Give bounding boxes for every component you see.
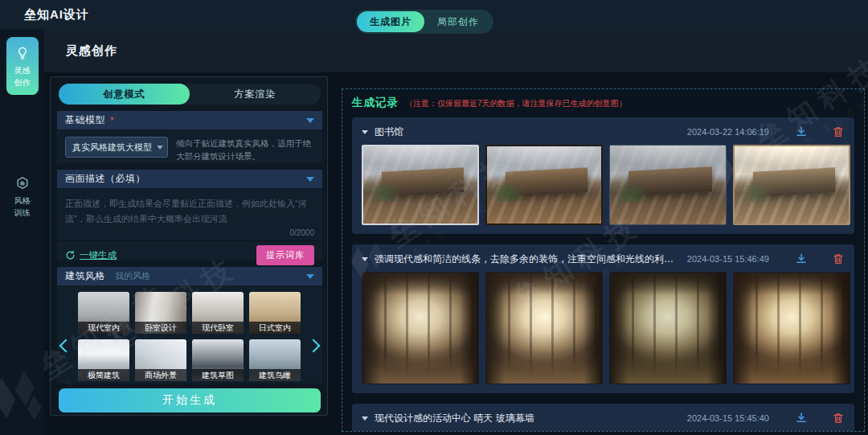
generated-image[interactable] <box>485 145 603 225</box>
base-model-hint: 倾向于贴近建筑真实风格，适用于绝大部分建筑设计场景。 <box>176 137 314 163</box>
hexagon-style-icon <box>14 175 31 191</box>
one-click-generate-label: 一键生成 <box>80 249 117 261</box>
records-list: 图书馆 2024-03-22 14:06:19 强调现代感和简洁的线条，去除多余… <box>352 117 854 432</box>
delete-icon[interactable] <box>832 125 845 138</box>
tab-generate-image[interactable]: 生成图片 <box>357 11 424 32</box>
left-nav-rail: 灵感 创作 风格 训练 <box>0 29 44 435</box>
style-thumbnail[interactable]: 卧室设计 <box>135 292 186 334</box>
one-click-generate-link[interactable]: 一键生成 <box>65 249 117 261</box>
generated-image[interactable] <box>362 145 479 225</box>
sidebar-item-label: 创作 <box>14 77 31 88</box>
style-thumbnail-label: 卧室设计 <box>135 322 186 334</box>
app-window: 垒知AI设计 灵感 创作 风格 训练 灵感创作 生成图片 局部创作 <box>0 0 868 435</box>
delete-icon[interactable] <box>832 412 845 425</box>
mode-toggle: 生成图片 局部创作 <box>355 10 493 34</box>
description-textarea[interactable]: 正面描述，即生成结果会尽量贴近正面描述，例如此处输入“河流”，那么生成的结果中大… <box>57 188 322 228</box>
chevron-down-icon[interactable] <box>306 118 314 123</box>
next-arrow-icon[interactable] <box>307 339 321 353</box>
main-header: 灵感创作 <box>44 29 868 72</box>
building-style-header[interactable]: 建筑风格 我的风格 <box>57 267 322 285</box>
generation-record: 图书馆 2024-03-22 14:06:19 <box>352 117 854 234</box>
base-model-selected-value: 真实风格建筑大模型 <box>72 142 152 154</box>
chevron-down-icon[interactable] <box>306 274 314 279</box>
select-chevron-icon <box>157 146 163 150</box>
building-style-section: 建筑风格 我的风格 现代室内 卧室设计 现代卧室 日式室内 极简建筑 商场外景 … <box>57 267 322 384</box>
generated-image[interactable] <box>362 272 479 384</box>
base-model-label: 基础模型 <box>65 113 105 127</box>
generated-image[interactable] <box>485 272 603 384</box>
collapse-caret-icon[interactable] <box>362 130 368 134</box>
delete-icon[interactable] <box>832 252 845 265</box>
record-title: 强调现代感和简洁的线条，去除多余的装饰，注重空间感和光线的利用。 <box>375 252 681 266</box>
prev-arrow-icon[interactable] <box>59 339 73 353</box>
generated-image[interactable] <box>609 272 727 384</box>
collapse-caret-icon[interactable] <box>362 417 368 421</box>
description-header[interactable]: 画面描述（必填） <box>57 170 322 188</box>
page-title: 灵感创作 <box>66 29 117 72</box>
sidebar-item-label: 风格 <box>14 195 31 206</box>
record-title: 图书馆 <box>375 125 681 139</box>
style-thumbnail[interactable]: 现代室内 <box>78 292 129 334</box>
description-label: 画面描述（必填） <box>65 172 145 186</box>
sidebar-item-label: 训练 <box>14 207 31 218</box>
style-thumbnail[interactable]: 建筑鸟瞰 <box>249 339 301 381</box>
record-images <box>362 145 845 225</box>
record-images <box>362 272 845 384</box>
start-generate-button[interactable]: 开始生成 <box>59 388 321 412</box>
style-thumbnail[interactable]: 建筑草图 <box>192 339 244 381</box>
record-header[interactable]: 强调现代感和简洁的线条，去除多余的装饰，注重空间感和光线的利用。 2024-03… <box>362 248 845 269</box>
base-model-section: 基础模型 * 真实风格建筑大模型 倾向于贴近建筑真实风格，适用于绝大部分建筑设计… <box>57 111 322 163</box>
char-counter: 0/2000 <box>57 228 322 240</box>
tab-creative-mode[interactable]: 创意模式 <box>59 84 190 105</box>
style-thumbnail-label: 现代室内 <box>78 322 129 334</box>
sidebar-item-style-training[interactable]: 风格 训练 <box>6 175 39 218</box>
tab-partial-creation[interactable]: 局部创作 <box>424 11 492 32</box>
style-thumbnail-label: 建筑草图 <box>192 369 244 381</box>
download-icon[interactable] <box>795 412 808 425</box>
record-timestamp: 2024-03-15 15:45:40 <box>687 413 769 423</box>
style-thumbnail[interactable]: 现代卧室 <box>192 292 244 334</box>
generation-records-panel: 生成记录 （注意：仅保留最近7天的数据，请注意保存已生成的创意图） 图书馆 20… <box>342 88 865 432</box>
generated-image[interactable] <box>733 145 850 225</box>
sidebar-item-inspiration[interactable]: 灵感 创作 <box>6 37 39 95</box>
tab-scheme-render[interactable]: 方案渲染 <box>190 84 321 105</box>
records-title: 生成记录 <box>352 96 399 110</box>
generated-image[interactable] <box>609 145 727 225</box>
generated-image[interactable] <box>733 272 850 384</box>
style-thumbnail-label: 建筑鸟瞰 <box>249 369 301 381</box>
style-thumbnail-grid: 现代室内 卧室设计 现代卧室 日式室内 极简建筑 商场外景 建筑草图 建筑鸟瞰 <box>78 292 301 381</box>
sidebar-item-label: 灵感 <box>14 65 31 76</box>
description-actions: 一键生成 提示词库 <box>57 240 322 269</box>
record-header[interactable]: 图书馆 2024-03-22 14:06:19 <box>362 121 845 142</box>
collapse-caret-icon[interactable] <box>362 257 368 261</box>
record-timestamp: 2024-03-22 14:06:19 <box>687 127 769 137</box>
records-notice: （注意：仅保留最近7天的数据，请注意保存已生成的创意图） <box>405 98 627 109</box>
download-icon[interactable] <box>795 125 808 138</box>
description-section: 画面描述（必填） 正面描述，即生成结果会尽量贴近正面描述，例如此处输入“河流”，… <box>57 170 322 261</box>
panel-tabbar: 创意模式 方案渲染 <box>59 84 321 105</box>
creation-form-panel: 创意模式 方案渲染 基础模型 * 真实风格建筑大模型 倾向于贴近建筑真实风格，适… <box>50 76 328 416</box>
refresh-icon <box>65 250 76 261</box>
my-styles-link[interactable]: 我的风格 <box>115 270 150 282</box>
required-mark: * <box>110 115 114 126</box>
style-thumbnail-label: 日式室内 <box>249 322 301 334</box>
chevron-down-icon[interactable] <box>306 177 314 182</box>
style-thumbnail[interactable]: 商场外景 <box>135 339 186 381</box>
style-thumbnail-label: 现代卧室 <box>192 322 244 334</box>
app-title: 垒知AI设计 <box>24 0 89 29</box>
style-thumbnail[interactable]: 极简建筑 <box>78 339 129 381</box>
base-model-select[interactable]: 真实风格建筑大模型 <box>65 137 168 158</box>
prompt-library-button[interactable]: 提示词库 <box>256 245 314 265</box>
generation-record: 强调现代感和简洁的线条，去除多余的装饰，注重空间感和光线的利用。 2024-03… <box>352 244 854 393</box>
download-icon[interactable] <box>795 252 808 265</box>
style-thumbnail[interactable]: 日式室内 <box>249 292 301 334</box>
base-model-header[interactable]: 基础模型 * <box>57 111 322 129</box>
generation-record: 现代设计感的活动中心 晴天 玻璃幕墙 2024-03-15 15:45:40 <box>352 404 854 432</box>
record-header[interactable]: 现代设计感的活动中心 晴天 玻璃幕墙 2024-03-15 15:45:40 <box>362 408 845 429</box>
lightbulb-icon <box>14 45 31 61</box>
record-timestamp: 2024-03-15 15:46:49 <box>687 254 769 264</box>
style-thumbnail-label: 商场外景 <box>135 369 186 381</box>
record-title: 现代设计感的活动中心 晴天 玻璃幕墙 <box>375 412 681 425</box>
style-thumbnail-label: 极简建筑 <box>78 369 129 381</box>
building-style-label: 建筑风格 <box>65 269 105 283</box>
